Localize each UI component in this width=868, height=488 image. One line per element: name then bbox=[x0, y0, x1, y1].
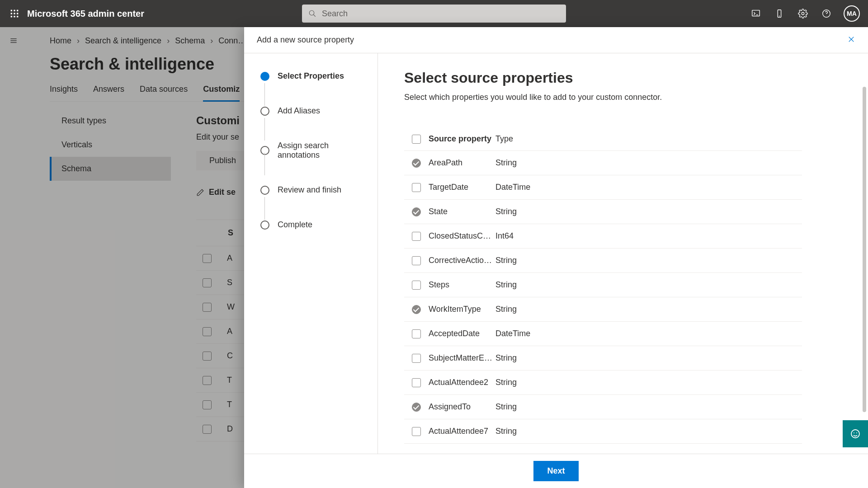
row-checkbox[interactable] bbox=[412, 207, 421, 216]
property-name: AreaPath bbox=[429, 158, 495, 168]
table-row[interactable]: CorrectiveAction…String bbox=[404, 249, 802, 273]
property-type: String bbox=[495, 280, 802, 290]
property-type: String bbox=[495, 207, 802, 216]
property-type: String bbox=[495, 256, 802, 265]
settings-button[interactable] bbox=[792, 3, 814, 24]
checkbox-cell bbox=[404, 378, 429, 387]
avatar[interactable]: MA bbox=[844, 5, 860, 22]
app-title: Microsoft 365 admin center bbox=[27, 9, 144, 19]
step-label: Assign search annotations bbox=[278, 141, 368, 160]
checkbox-cell bbox=[404, 329, 429, 338]
wizard-step[interactable]: Add Aliases bbox=[260, 106, 368, 116]
wizard-main-subtitle: Select which properties you would like t… bbox=[404, 93, 845, 102]
next-button[interactable]: Next bbox=[533, 461, 578, 481]
table-row[interactable]: AreaPathString bbox=[404, 151, 802, 175]
property-name: State bbox=[429, 207, 495, 216]
checkbox-cell bbox=[404, 281, 429, 290]
table-row[interactable]: StepsString bbox=[404, 273, 802, 297]
close-button[interactable] bbox=[847, 35, 855, 45]
waffle-icon bbox=[10, 9, 19, 18]
row-checkbox[interactable] bbox=[412, 403, 421, 412]
row-checkbox[interactable] bbox=[412, 305, 421, 314]
checkbox-cell bbox=[404, 305, 429, 314]
row-checkbox[interactable] bbox=[412, 378, 421, 387]
console-icon bbox=[751, 9, 761, 19]
property-name: AssignedTo bbox=[429, 402, 495, 412]
step-label: Review and finish bbox=[278, 185, 341, 195]
wizard-step[interactable]: Assign search annotations bbox=[260, 141, 368, 160]
property-name: AcceptedDate bbox=[429, 329, 495, 338]
row-checkbox[interactable] bbox=[412, 281, 421, 290]
svg-rect-8 bbox=[17, 16, 18, 17]
table-row[interactable]: StateString bbox=[404, 200, 802, 224]
help-button[interactable] bbox=[816, 3, 837, 24]
row-checkbox[interactable] bbox=[412, 183, 421, 192]
row-checkbox[interactable] bbox=[412, 354, 421, 363]
table-row[interactable]: SubjectMatterEx…String bbox=[404, 346, 802, 371]
mobile-button[interactable] bbox=[769, 3, 790, 24]
table-row[interactable]: AssignedToString bbox=[404, 395, 802, 419]
app-header: Microsoft 365 admin center MA bbox=[0, 0, 868, 27]
property-type: String bbox=[495, 378, 802, 387]
svg-rect-0 bbox=[11, 10, 12, 11]
row-checkbox[interactable] bbox=[412, 427, 421, 436]
shell-button[interactable] bbox=[745, 3, 767, 24]
property-name: ClosedStatusCode bbox=[429, 231, 495, 241]
column-header-name: Source property bbox=[429, 134, 495, 144]
property-name: TargetDate bbox=[429, 183, 495, 192]
scrollbar-thumb[interactable] bbox=[863, 87, 866, 412]
feedback-icon bbox=[850, 428, 861, 439]
property-name: CorrectiveAction… bbox=[429, 256, 495, 265]
wizard-step[interactable]: Complete bbox=[260, 220, 368, 230]
search-input[interactable] bbox=[321, 9, 560, 19]
checkbox-cell bbox=[404, 207, 429, 216]
table-row[interactable]: ActualAttendee7String bbox=[404, 419, 802, 444]
scrollbar[interactable] bbox=[863, 55, 866, 452]
header-actions: MA bbox=[745, 3, 864, 24]
row-checkbox[interactable] bbox=[412, 329, 421, 338]
step-indicator-icon bbox=[260, 221, 269, 230]
row-checkbox[interactable] bbox=[412, 232, 421, 241]
flyout-footer: Next bbox=[244, 454, 868, 488]
checkbox-cell bbox=[404, 403, 429, 412]
row-checkbox[interactable] bbox=[412, 256, 421, 265]
svg-point-24 bbox=[854, 432, 854, 433]
table-row[interactable]: ClosedStatusCodeInt64 bbox=[404, 224, 802, 249]
svg-point-23 bbox=[851, 430, 859, 438]
step-label: Select Properties bbox=[278, 71, 344, 81]
select-all-checkbox[interactable] bbox=[412, 135, 421, 144]
search-box[interactable] bbox=[302, 5, 566, 23]
table-row[interactable]: AcceptedDateDateTime bbox=[404, 322, 802, 346]
step-indicator-icon bbox=[260, 107, 269, 116]
svg-point-25 bbox=[856, 432, 857, 433]
property-type: String bbox=[495, 402, 802, 412]
mobile-icon bbox=[774, 9, 784, 19]
flyout-panel: Add a new source property Select Propert… bbox=[244, 27, 868, 488]
property-type: String bbox=[495, 353, 802, 363]
wizard-step[interactable]: Review and finish bbox=[260, 185, 368, 195]
property-name: Steps bbox=[429, 280, 495, 290]
svg-rect-2 bbox=[17, 10, 18, 11]
step-indicator-icon bbox=[260, 72, 269, 81]
gear-icon bbox=[798, 9, 808, 19]
table-row[interactable]: WorkItemTypeString bbox=[404, 297, 802, 322]
wizard-step[interactable]: Select Properties bbox=[260, 71, 368, 81]
flyout-header: Add a new source property bbox=[244, 27, 868, 53]
table-row[interactable]: ActualAttendee2String bbox=[404, 371, 802, 395]
wizard-main: Select source properties Select which pr… bbox=[378, 53, 868, 454]
property-type: String bbox=[495, 427, 802, 436]
checkbox-cell bbox=[404, 354, 429, 363]
properties-table: Source property Type AreaPathStringTarge… bbox=[404, 127, 802, 444]
wizard-main-title: Select source properties bbox=[404, 70, 845, 86]
feedback-button[interactable] bbox=[843, 420, 868, 447]
column-header-type: Type bbox=[495, 134, 802, 144]
table-row[interactable]: TargetDateDateTime bbox=[404, 175, 802, 200]
svg-point-9 bbox=[309, 10, 314, 15]
svg-point-15 bbox=[802, 12, 804, 15]
row-checkbox[interactable] bbox=[412, 159, 421, 168]
table-header-row: Source property Type bbox=[404, 127, 802, 151]
svg-rect-3 bbox=[11, 13, 12, 14]
app-launcher-button[interactable] bbox=[4, 3, 25, 24]
step-indicator-icon bbox=[260, 146, 269, 155]
checkbox-cell bbox=[404, 183, 429, 192]
